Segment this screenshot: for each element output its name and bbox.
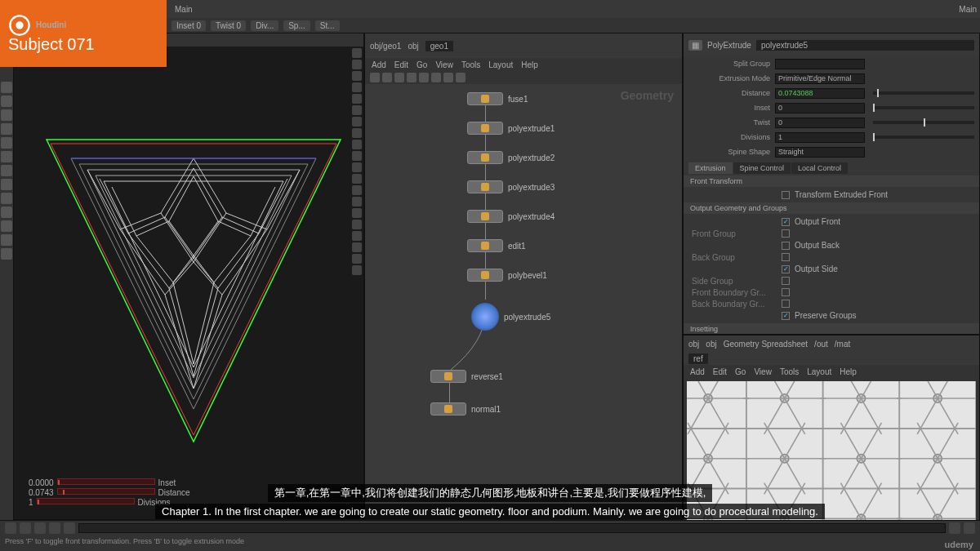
net-tool-icon[interactable] [394,73,404,82]
menu-layout[interactable]: Layout [807,367,831,376]
chk-output[interactable]: ✓Output Front [684,216,979,228]
node-name-field[interactable]: polyextrude5 [756,40,974,51]
shelf-item[interactable]: Twist 0 [211,20,246,31]
tool-icon[interactable] [1,82,12,93]
param-twist[interactable]: Twist0 [684,115,979,130]
menu-view[interactable]: View [435,60,453,69]
menu-go[interactable]: Go [416,60,427,69]
menu-add[interactable]: Add [372,60,386,69]
section-insetting[interactable]: Insetting [684,323,979,335]
menu-tools[interactable]: Tools [461,60,480,69]
chk-output[interactable]: Front Group [684,228,979,239]
vp-tool-icon[interactable] [352,254,362,264]
chk-output[interactable]: ✓Preserve Groups [684,309,979,322]
net-tool-icon[interactable] [370,73,380,82]
chk-output[interactable]: ✓Output Side [684,263,979,275]
vp-tool-icon[interactable] [352,151,362,161]
vp-tool-icon[interactable] [352,82,362,92]
main-tab[interactable]: Main [175,5,193,14]
chk-output[interactable]: Back Group [684,251,979,263]
node-polyextrude4[interactable]: polyextrude4 [467,210,555,223]
node-polyextrude1[interactable]: polyextrude1 [467,122,555,135]
breadcrumb-item[interactable]: obj [408,42,418,51]
node-reverse1[interactable]: reverse1 [430,370,503,383]
param-inset[interactable]: Inset0 [684,100,979,115]
tab-local[interactable]: Local Control [791,162,848,174]
vp-tool-icon[interactable] [352,185,362,195]
play-icon[interactable] [34,522,46,534]
tool-icon[interactable] [1,179,12,190]
breadcrumb-item[interactable]: obj [688,340,699,349]
play-prev-icon[interactable] [20,522,31,534]
breadcrumb-item[interactable]: /mat [835,340,850,349]
net-tool-icon[interactable] [456,73,466,82]
section-front-transform[interactable]: Front Transform [684,176,979,187]
path-field[interactable]: ref [688,353,708,364]
vp-tool-icon[interactable] [352,117,362,127]
net-tool-icon[interactable] [419,73,429,82]
net-tool-icon[interactable] [382,73,392,82]
vp-tool-icon[interactable] [352,242,362,252]
menu-layout[interactable]: Layout [488,60,513,69]
node-polyextrude5[interactable]: polyextrude5 [471,303,550,331]
breadcrumb-item[interactable]: obj [706,340,716,349]
param-spine-shape[interactable]: Spine ShapeStraight [684,144,979,159]
net-tool-icon[interactable] [431,73,441,82]
vp-tool-icon[interactable] [352,71,362,81]
param-divisions[interactable]: Divisions1 [684,130,979,144]
vp-tool-icon[interactable] [352,208,362,218]
shelf-item[interactable]: St... [315,20,340,31]
tool-icon[interactable] [1,109,12,121]
timeline-scrubber[interactable] [78,523,946,533]
chk-transform-front[interactable]: Transform Extruded Front [684,189,979,201]
vp-tool-icon[interactable] [352,197,362,207]
play-next-icon[interactable] [49,522,60,534]
timeline-opt-icon[interactable] [964,522,975,534]
tool-icon[interactable] [1,151,12,162]
vp-tool-icon[interactable] [352,174,362,184]
breadcrumb-item[interactable]: Geometry Spreadsheet [724,340,808,349]
net-tool-icon[interactable] [407,73,416,82]
vp-tool-icon[interactable] [352,220,362,229]
vp-tool-icon[interactable] [352,128,362,138]
play-last-icon[interactable] [64,522,75,534]
param-extrusion-mode[interactable]: Extrusion ModePrimitive/Edge Normal [684,71,979,86]
vp-tool-icon[interactable] [352,48,362,58]
param-distance[interactable]: Distance0.0743088 [684,86,979,100]
node-normal1[interactable]: normal1 [430,402,501,415]
3d-viewport[interactable]: Top No cam [13,33,364,520]
node-polybevel1[interactable]: polybevel1 [467,269,547,282]
tool-icon[interactable] [1,207,12,218]
vp-tool-icon[interactable] [352,231,362,241]
tool-icon[interactable] [1,165,12,176]
tool-icon[interactable] [1,137,12,149]
shelf-item[interactable]: Inset 0 [172,20,206,31]
breadcrumb-item[interactable]: /out [814,340,828,349]
menu-go[interactable]: Go [735,367,746,376]
tool-icon[interactable] [1,96,12,107]
timeline-opt-icon[interactable] [949,522,960,534]
chk-output[interactable]: Output Back [684,239,979,251]
tool-icon[interactable] [1,193,12,204]
section-output-geom[interactable]: Output Geometry and Groups [684,202,979,214]
menu-edit[interactable]: Edit [713,367,727,376]
menu-tools[interactable]: Tools [780,367,799,376]
vp-tool-icon[interactable] [352,265,362,275]
menu-help[interactable]: Help [840,367,857,376]
tab-spine[interactable]: Spine Control [733,162,791,174]
tool-icon[interactable] [1,123,12,135]
vp-tool-icon[interactable] [352,162,362,172]
path-field[interactable]: geo1 [425,41,453,51]
chk-output[interactable]: Side Group [684,275,979,287]
tool-icon[interactable] [1,248,12,260]
tool-icon[interactable] [1,220,12,232]
shelf-item[interactable]: Sp... [283,20,310,31]
main-tab-right[interactable]: Main [959,5,977,14]
menu-add[interactable]: Add [690,367,705,376]
net-tool-icon[interactable] [443,73,453,82]
menu-edit[interactable]: Edit [394,60,408,69]
tool-icon[interactable] [1,234,12,246]
vp-tool-icon[interactable] [352,140,362,149]
node-fuse1[interactable]: fuse1 [467,92,528,105]
tab-extrusion[interactable]: Extrusion [688,162,733,174]
